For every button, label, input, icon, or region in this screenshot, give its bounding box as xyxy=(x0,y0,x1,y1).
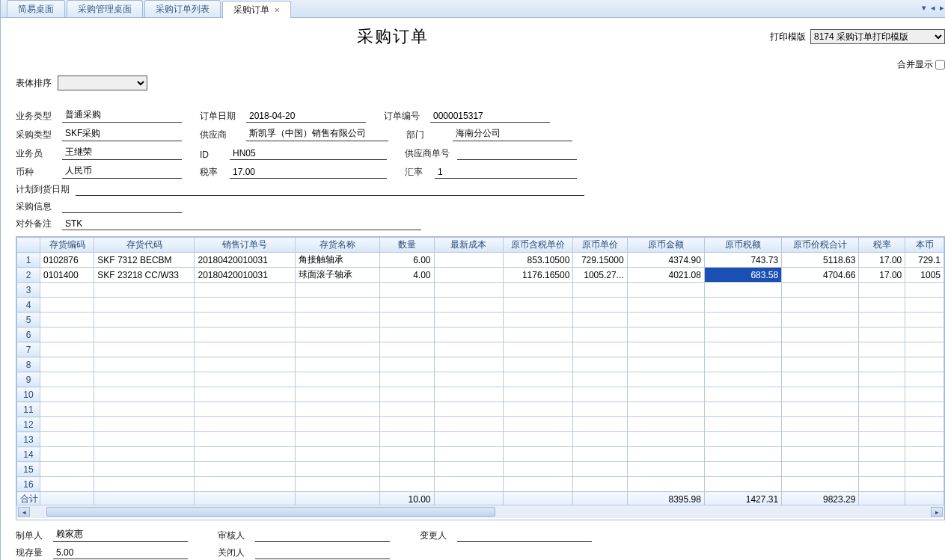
cell-cost[interactable] xyxy=(434,327,504,342)
cell-so[interactable] xyxy=(195,298,295,313)
cell-taxprice[interactable] xyxy=(504,357,573,372)
value-order-no[interactable]: 0000015317 xyxy=(430,111,550,123)
cell-rate[interactable] xyxy=(859,477,905,492)
cell-name[interactable] xyxy=(295,447,380,462)
cell-local[interactable] xyxy=(905,432,944,447)
cell-name[interactable] xyxy=(295,432,380,447)
cell-so[interactable] xyxy=(195,447,295,462)
cell-n[interactable]: 11 xyxy=(17,402,40,417)
cell-total[interactable] xyxy=(782,342,859,357)
col-so[interactable]: 销售订单号 xyxy=(195,238,295,253)
cell-rate[interactable] xyxy=(859,298,905,313)
cell-n[interactable]: 3 xyxy=(17,283,40,298)
cell-sku[interactable] xyxy=(94,447,195,462)
table-row[interactable]: 16 xyxy=(17,477,944,492)
cell-sku[interactable]: SKF 7312 BECBM xyxy=(94,253,195,268)
table-row[interactable]: 5 xyxy=(17,313,944,327)
cell-so[interactable] xyxy=(195,462,295,477)
cell-amt[interactable] xyxy=(627,342,704,357)
cell-price[interactable] xyxy=(573,298,627,313)
table-row[interactable]: 13 xyxy=(17,432,944,447)
cell-amt[interactable] xyxy=(627,283,704,298)
cell-qty[interactable]: 6.00 xyxy=(380,253,434,268)
cell-so[interactable] xyxy=(195,432,295,447)
cell-so[interactable] xyxy=(195,313,295,327)
cell-n[interactable]: 6 xyxy=(17,327,40,342)
cell-price[interactable] xyxy=(573,342,627,357)
cell-tax[interactable] xyxy=(704,342,781,357)
col-qty[interactable]: 数量 xyxy=(380,238,434,253)
cell-total[interactable] xyxy=(782,447,859,462)
cell-amt[interactable] xyxy=(627,402,704,417)
cell-qty[interactable] xyxy=(380,298,434,313)
sort-select[interactable] xyxy=(58,76,147,90)
cell-name[interactable] xyxy=(295,462,380,477)
scroll-left-icon[interactable]: ◂ xyxy=(18,507,30,517)
cell-tax[interactable] xyxy=(704,357,781,372)
cell-n[interactable]: 14 xyxy=(17,447,40,462)
cell-total[interactable] xyxy=(782,327,859,342)
cell-taxprice[interactable] xyxy=(504,402,573,417)
cell-taxprice[interactable] xyxy=(504,342,573,357)
cell-cost[interactable] xyxy=(434,387,504,402)
cell-tax[interactable] xyxy=(704,298,781,313)
cell-tax[interactable] xyxy=(704,417,781,432)
table-row[interactable]: 11 xyxy=(17,402,944,417)
cell-total[interactable] xyxy=(782,402,859,417)
cell-so[interactable] xyxy=(195,477,295,492)
cell-qty[interactable] xyxy=(380,447,434,462)
cell-code[interactable] xyxy=(40,327,94,342)
col-local[interactable]: 本币 xyxy=(905,238,944,253)
value-dept[interactable]: 海南分公司 xyxy=(453,127,572,141)
table-row[interactable]: 9 xyxy=(17,372,944,387)
cell-price[interactable] xyxy=(573,447,627,462)
cell-rate[interactable] xyxy=(859,417,905,432)
tab-order-list[interactable]: 采购订单列表 xyxy=(144,0,221,17)
cell-sku[interactable] xyxy=(94,402,195,417)
cell-amt[interactable] xyxy=(627,477,704,492)
scroll-thumb[interactable] xyxy=(46,507,495,517)
cell-tax[interactable] xyxy=(704,402,781,417)
col-code[interactable]: 存货编码 xyxy=(40,238,94,253)
grid-scroll[interactable]: 存货编码 存货代码 销售订单号 存货名称 数量 最新成本 原币含税单价 原币单价… xyxy=(16,237,944,505)
cell-so[interactable] xyxy=(195,342,295,357)
tab-simple-desktop[interactable]: 简易桌面 xyxy=(7,0,65,17)
cell-taxprice[interactable] xyxy=(504,387,573,402)
cell-amt[interactable] xyxy=(627,432,704,447)
cell-cost[interactable] xyxy=(434,372,504,387)
cell-amt[interactable] xyxy=(627,372,704,387)
cell-cost[interactable] xyxy=(434,342,504,357)
value-remark[interactable]: STK xyxy=(62,218,421,230)
cell-rate[interactable] xyxy=(859,372,905,387)
cell-name[interactable]: 角接触轴承 xyxy=(295,253,380,268)
cell-taxprice[interactable]: 853.10500 xyxy=(504,253,573,268)
prev-icon[interactable]: ◂ xyxy=(931,3,935,13)
cell-n[interactable]: 12 xyxy=(17,417,40,432)
table-row[interactable]: 20101400SKF 23218 CC/W3320180420010031球面… xyxy=(17,268,944,283)
cell-price[interactable] xyxy=(573,417,627,432)
cell-so[interactable]: 20180420010031 xyxy=(195,268,295,283)
scroll-right-icon[interactable]: ▸ xyxy=(931,507,943,517)
cell-tax[interactable] xyxy=(704,432,781,447)
cell-name[interactable]: 球面滚子轴承 xyxy=(295,268,380,283)
cell-name[interactable] xyxy=(295,357,380,372)
table-row[interactable]: 7 xyxy=(17,342,944,357)
cell-code[interactable] xyxy=(40,313,94,327)
cell-code[interactable] xyxy=(40,372,94,387)
cell-qty[interactable] xyxy=(380,477,434,492)
cell-qty[interactable] xyxy=(380,387,434,402)
cell-amt[interactable]: 4021.08 xyxy=(627,268,704,283)
cell-n[interactable]: 5 xyxy=(17,313,40,327)
cell-amt[interactable] xyxy=(627,327,704,342)
cell-taxprice[interactable] xyxy=(504,298,573,313)
col-rownum[interactable] xyxy=(17,238,40,253)
cell-qty[interactable] xyxy=(380,357,434,372)
tab-purchase-desktop[interactable]: 采购管理桌面 xyxy=(67,0,143,17)
cell-sku[interactable] xyxy=(94,313,195,327)
cell-rate[interactable] xyxy=(859,387,905,402)
cell-tax[interactable] xyxy=(704,477,781,492)
cell-taxprice[interactable] xyxy=(504,283,573,298)
cell-local[interactable] xyxy=(905,313,944,327)
cell-rate[interactable] xyxy=(859,432,905,447)
cell-taxprice[interactable] xyxy=(504,432,573,447)
